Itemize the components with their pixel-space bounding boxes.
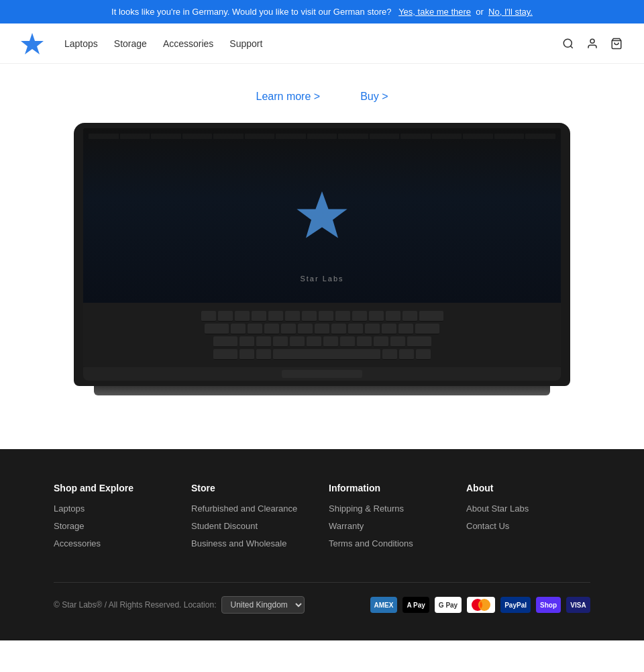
key	[315, 324, 329, 334]
key	[231, 324, 246, 334]
key	[201, 311, 216, 322]
key	[239, 349, 254, 360]
key	[285, 311, 300, 322]
laptop-body: Star Labs	[74, 123, 570, 386]
footer-link-shipping[interactable]: Shipping & Returns	[329, 503, 404, 514]
footer-col-about-list: About Star Labs Contact Us	[466, 503, 590, 531]
key	[256, 349, 271, 360]
main-nav: Laptops Storage Accessories Support	[0, 23, 644, 64]
footer-col-store-list: Refurbished and Clearance Student Discou…	[191, 503, 315, 548]
footer-col-about: About About Star Labs Contact Us	[466, 483, 590, 555]
footer-col-store: Store Refurbished and Clearance Student …	[191, 483, 315, 555]
key	[213, 349, 237, 360]
key	[374, 336, 388, 347]
key	[415, 324, 439, 334]
payment-mastercard	[467, 597, 495, 613]
key	[402, 311, 417, 322]
key	[248, 324, 262, 334]
footer-link-terms[interactable]: Terms and Conditions	[329, 538, 413, 548]
key	[273, 336, 288, 347]
key	[319, 311, 333, 322]
screen-content: Star Labs	[83, 128, 561, 303]
buy-link[interactable]: Buy >	[360, 91, 388, 103]
site-logo[interactable]	[20, 32, 44, 56]
key	[264, 324, 279, 334]
key	[382, 349, 397, 360]
key	[348, 324, 363, 334]
footer-link-laptops[interactable]: Laptops	[54, 503, 85, 514]
key	[340, 336, 355, 347]
nav-laptops[interactable]: Laptops	[64, 38, 98, 49]
laptop-base	[94, 386, 550, 395]
footer-link-storage[interactable]: Storage	[54, 521, 85, 531]
payment-google-pay: G Pay	[435, 597, 462, 613]
footer-link-warranty[interactable]: Warranty	[329, 521, 364, 531]
key	[407, 336, 431, 347]
key	[281, 324, 296, 334]
key	[307, 336, 321, 347]
key-row-space	[90, 349, 554, 360]
svg-marker-5	[297, 191, 347, 238]
cart-icon[interactable]	[609, 36, 624, 51]
nav-links: Laptops Storage Accessories Support	[64, 38, 561, 49]
key	[390, 336, 405, 347]
key-row-1	[90, 311, 554, 322]
footer-link-accessories[interactable]: Accessories	[54, 538, 101, 548]
account-icon[interactable]	[585, 36, 600, 51]
payment-icons: AMEX A Pay G Pay PayPal Shop VISA	[370, 597, 591, 613]
key	[357, 336, 372, 347]
search-icon[interactable]	[561, 36, 576, 51]
key	[218, 311, 233, 322]
footer-link-business[interactable]: Business and Wholesale	[191, 538, 286, 548]
footer-location: © Star Labs® / All Rights Reserved. Loca…	[54, 596, 305, 614]
laptop-screen: Star Labs	[83, 128, 561, 303]
svg-point-3	[590, 39, 594, 43]
key	[399, 349, 414, 360]
screen-brand-text: Star Labs	[300, 275, 343, 283]
key	[268, 311, 283, 322]
key	[369, 311, 384, 322]
nav-action-icons	[561, 36, 624, 51]
learn-more-link[interactable]: Learn more >	[256, 91, 321, 103]
banner-text: It looks like you're in Germany. Would y…	[111, 7, 391, 17]
hero-section: Learn more > Buy > Star Labs	[0, 64, 644, 395]
nav-storage[interactable]: Storage	[114, 38, 147, 49]
location-select[interactable]: United Kingdom United States Germany Fra…	[221, 596, 305, 614]
footer-col-info: Information Shipping & Returns Warranty …	[329, 483, 453, 555]
key	[416, 349, 431, 360]
geo-banner: It looks like you're in Germany. Would y…	[0, 0, 644, 23]
payment-amex: AMEX	[370, 597, 398, 613]
site-footer: Shop and Explore Laptops Storage Accesso…	[0, 449, 644, 640]
footer-col-info-list: Shipping & Returns Warranty Terms and Co…	[329, 503, 453, 548]
footer-col-info-heading: Information	[329, 483, 453, 493]
key	[352, 311, 367, 322]
touchpad	[282, 370, 362, 378]
banner-yes-link[interactable]: Yes, take me there	[398, 7, 471, 17]
key	[331, 324, 346, 334]
banner-no-link[interactable]: No, I'll stay.	[488, 7, 533, 17]
screen-star-logo	[295, 189, 349, 242]
key	[323, 336, 338, 347]
key	[382, 324, 396, 334]
key	[298, 324, 313, 334]
key	[239, 336, 254, 347]
nav-support[interactable]: Support	[229, 38, 262, 49]
footer-col-store-heading: Store	[191, 483, 315, 493]
footer-link-contact[interactable]: Contact Us	[466, 521, 509, 531]
laptop-bottom	[83, 367, 561, 381]
payment-apple-pay: A Pay	[402, 597, 429, 613]
footer-col-shop-heading: Shop and Explore	[54, 483, 178, 493]
key	[205, 324, 229, 334]
key	[213, 336, 237, 347]
footer-col-shop-list: Laptops Storage Accessories	[54, 503, 178, 548]
footer-link-student[interactable]: Student Discount	[191, 521, 258, 531]
footer-link-refurbished[interactable]: Refurbished and Clearance	[191, 503, 297, 514]
payment-paypal: PayPal	[500, 597, 531, 613]
key	[386, 311, 400, 322]
logo-icon	[20, 32, 44, 56]
nav-accessories[interactable]: Accessories	[163, 38, 213, 49]
key-row-2	[90, 324, 554, 334]
footer-link-about-star[interactable]: About Star Labs	[466, 503, 529, 514]
footer-bottom: © Star Labs® / All Rights Reserved. Loca…	[54, 582, 590, 614]
screen-top-keys	[83, 134, 561, 139]
